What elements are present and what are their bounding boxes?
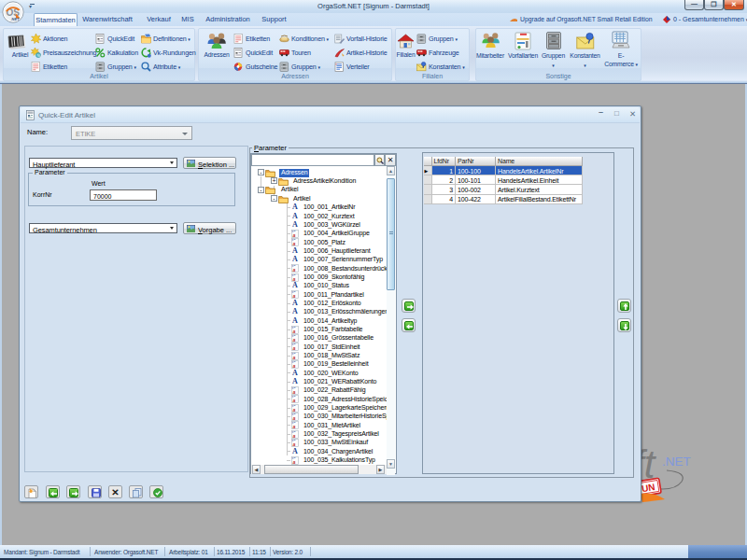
svg-text:UN: UN — [641, 482, 655, 494]
svg-text:%: % — [37, 52, 41, 57]
svg-text:a: a — [293, 459, 296, 465]
svg-text:.NET: .NET — [11, 17, 21, 21]
svg-text:.NET: .NET — [662, 455, 691, 469]
